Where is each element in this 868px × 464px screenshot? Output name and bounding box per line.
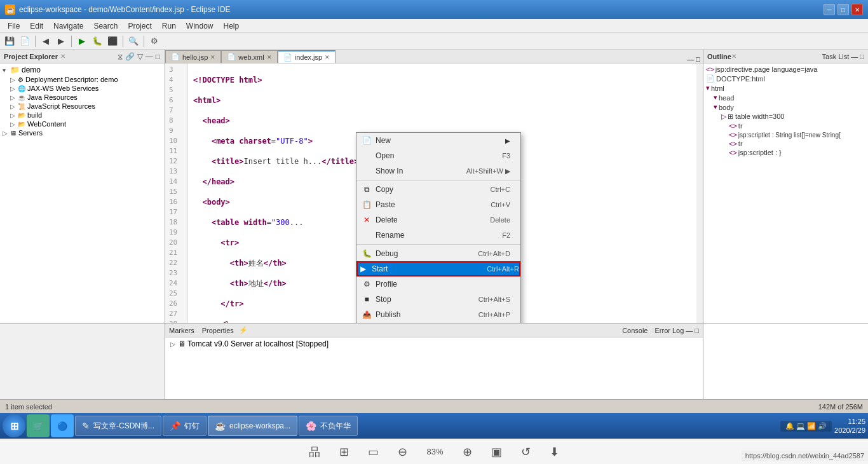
tab-close-icon[interactable]: ✕: [267, 54, 272, 60]
taskbar-btn-eclipse[interactable]: ☕ eclipse-workspa...: [208, 416, 297, 436]
taskbar-btn-csdn[interactable]: ✎ 写文章-CSDN博...: [75, 416, 161, 436]
csdn-icon: ✎: [82, 421, 90, 431]
clock-date: 2020/2/29: [834, 426, 865, 435]
menu-project[interactable]: Project: [123, 20, 156, 32]
ctx-delete[interactable]: ✕ Delete Delete: [356, 212, 520, 228]
split-icon[interactable]: ⊞: [339, 445, 349, 459]
ctx-publish[interactable]: 📤 Publish Ctrl+Alt+P: [356, 307, 520, 322]
tree-item-demo[interactable]: ▾ 📁 demo: [0, 65, 165, 75]
tree-item-webcontent[interactable]: ▷ 📂 WebContent: [0, 119, 165, 128]
task-list-label[interactable]: Task List: [822, 53, 850, 60]
ctx-rename-label: Rename: [376, 231, 492, 240]
outline-min-icon[interactable]: —: [851, 53, 858, 60]
taskbar-btn-dingding[interactable]: 📌 钉钉: [163, 416, 207, 436]
toolbar-new[interactable]: 📄: [18, 35, 32, 48]
ctx-debug[interactable]: 🐛 Debug Ctrl+Alt+D: [356, 246, 520, 261]
ctx-paste[interactable]: 📋 Paste Ctrl+V: [356, 197, 520, 212]
outline-item-doctype[interactable]: 📄 DOCTYPE:html: [703, 74, 868, 83]
tree-item-servers[interactable]: ▷ 🖥 Servers: [0, 128, 165, 137]
tree-item-deployment[interactable]: ▷ ⚙ Deployment Descriptor: demo: [0, 75, 165, 84]
editor-maximize-icon[interactable]: □: [696, 55, 700, 63]
tab-label: index.jsp: [295, 53, 322, 61]
bottom-controls: Console Error Log — □: [622, 327, 699, 334]
rotate-icon[interactable]: ↺: [521, 445, 531, 459]
maximize-panel-icon[interactable]: □: [155, 51, 161, 62]
bottom-tab-properties[interactable]: Properties: [202, 327, 234, 334]
outline-item-tr2[interactable]: <> tr: [703, 139, 868, 148]
minimize-panel-icon[interactable]: —: [145, 51, 154, 62]
editor-minimize-icon[interactable]: —: [687, 55, 694, 63]
outline-item-head[interactable]: ▾ head: [703, 93, 868, 102]
bottom-max[interactable]: □: [695, 327, 699, 334]
tab-close-icon[interactable]: ✕: [325, 54, 330, 60]
toolbar-settings[interactable]: ⚙: [147, 35, 161, 48]
menu-search[interactable]: Search: [88, 20, 123, 32]
ctx-rename[interactable]: Rename F2: [356, 228, 520, 243]
toolbar-search[interactable]: 🔍: [126, 35, 140, 48]
rect-icon[interactable]: ▭: [368, 445, 379, 459]
link-editor-icon[interactable]: 🔗: [125, 51, 135, 62]
menu-window[interactable]: Window: [181, 20, 219, 32]
menu-file[interactable]: File: [3, 20, 25, 32]
bottom-console-label[interactable]: Console: [622, 327, 648, 334]
outline-item-scriptlet2[interactable]: <> jsp:scriptlet : }: [703, 148, 868, 157]
view-menu-icon[interactable]: ▽: [137, 51, 144, 62]
outline-item-body[interactable]: ▾ body: [703, 102, 868, 112]
toolbar-debug[interactable]: 🐛: [90, 35, 104, 48]
menu-help[interactable]: Help: [219, 20, 245, 32]
toolbar-back[interactable]: ◀: [39, 35, 53, 48]
tree-item-javascript[interactable]: ▷ 📜 JavaScript Resources: [0, 102, 165, 111]
grid-icon[interactable]: 品: [309, 444, 320, 460]
collapse-all-icon[interactable]: ⧖: [117, 51, 123, 62]
tree-item-jaxws[interactable]: ▷ 🌐 JAX-WS Web Services: [0, 84, 165, 93]
project-explorer-header: Project Explorer ✕ ⧖ 🔗 ▽ — □: [0, 50, 165, 64]
ctx-copy[interactable]: ⧉ Copy Ctrl+C: [356, 182, 520, 197]
outline-max-icon[interactable]: □: [860, 53, 864, 60]
ctx-show-in[interactable]: Show In Alt+Shift+W ▶: [356, 163, 520, 179]
toolbar-stop[interactable]: ⬛: [105, 35, 119, 48]
close-button[interactable]: ✕: [851, 4, 863, 15]
minimize-button[interactable]: ─: [824, 4, 835, 15]
copy-icon: ⧉: [362, 184, 372, 194]
menu-run[interactable]: Run: [157, 20, 181, 32]
outline-item-tr1[interactable]: <> tr: [703, 121, 868, 130]
bottom-min[interactable]: —: [686, 327, 693, 334]
toolbar-save[interactable]: 💾: [3, 35, 17, 48]
maximize-button[interactable]: □: [837, 4, 849, 15]
taskbar-icon-green[interactable]: 🛒: [27, 414, 50, 437]
ctx-start[interactable]: ▶ Start Ctrl+Alt+R: [356, 261, 520, 276]
tree-item-java[interactable]: ▷ ☕ Java Resources: [0, 93, 165, 102]
zoom-out-icon[interactable]: ⊖: [398, 445, 407, 459]
taskbar-icon-blue[interactable]: 🔵: [51, 414, 74, 437]
ctx-profile[interactable]: ⚙ Profile: [356, 276, 520, 292]
server-item-tomcat[interactable]: ▷ 🖥 Tomcat v9.0 Server at localhost [Sto…: [168, 339, 700, 349]
ctx-open[interactable]: Open F3: [356, 148, 520, 163]
ctx-profile-label: Profile: [376, 280, 510, 289]
outline-item-scriptlet1[interactable]: <> jsp:scriptlet : String list[]=new Str…: [703, 130, 868, 139]
start-button[interactable]: ⊞: [3, 414, 25, 437]
outline-close[interactable]: ✕: [731, 53, 736, 60]
tab-web-xml[interactable]: 📄 web.xml ✕: [221, 50, 277, 63]
menu-navigate[interactable]: Navigate: [48, 20, 88, 32]
tab-close-icon[interactable]: ✕: [210, 54, 215, 60]
fit-icon[interactable]: ▣: [491, 445, 502, 459]
outline-item-html[interactable]: ▾ html: [703, 83, 868, 93]
outline-item-directive[interactable]: <> jsp:directive.page language=java: [703, 65, 868, 74]
toolbar-run[interactable]: ▶: [75, 35, 89, 48]
toolbar-forward[interactable]: ▶: [54, 35, 68, 48]
error-log-label[interactable]: Error Log: [654, 327, 684, 334]
ctx-clean[interactable]: Clean...: [356, 322, 520, 323]
menu-edit[interactable]: Edit: [25, 20, 48, 32]
zoom-in-icon[interactable]: ⊕: [463, 445, 472, 459]
bottom-tab-markers[interactable]: Markers: [169, 327, 194, 334]
tab-hello-jsp[interactable]: 📄 hello.jsp ✕: [165, 50, 221, 63]
download-icon[interactable]: ⬇: [550, 445, 559, 459]
taskbar-btn-nfy[interactable]: 🌸 不负年华: [299, 416, 358, 436]
tab-index-jsp[interactable]: 📄 index.jsp ✕: [278, 50, 336, 63]
bottom-tab-extra[interactable]: ⚡: [239, 326, 248, 334]
outline-item-table[interactable]: ▷ ⊞ table width=300: [703, 112, 868, 121]
tree-item-build[interactable]: ▷ 📂 build: [0, 111, 165, 119]
ctx-stop[interactable]: ■ Stop Ctrl+Alt+S: [356, 292, 520, 307]
ctx-new[interactable]: 📄 New ▶: [356, 133, 520, 148]
editor-scrollbar[interactable]: [696, 64, 703, 323]
